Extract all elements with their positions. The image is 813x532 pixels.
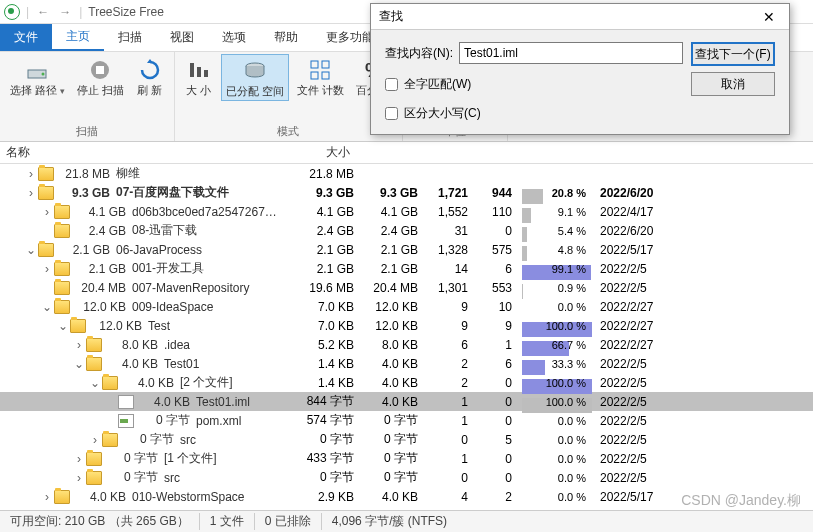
grid-icon (306, 56, 334, 84)
expand-toggle[interactable]: ⌄ (88, 376, 102, 390)
row-name: Test (148, 319, 170, 333)
row-name: d06b3bce0ed7a2547267… (132, 205, 277, 219)
menu-file[interactable]: 文件 (0, 24, 52, 51)
refresh-button[interactable]: 刷 新 (132, 54, 168, 99)
col-files-val: 0 (428, 433, 478, 447)
expand-toggle[interactable]: › (72, 471, 86, 485)
row-size: 4.0 KB (138, 395, 196, 409)
stop-scan-button[interactable]: 停止 扫描 (73, 54, 128, 99)
col-size-val: 1.4 KB (300, 357, 364, 371)
menu-scan[interactable]: 扫描 (104, 24, 156, 51)
table-row[interactable]: ›0 字节src0 字节0 字节000.0 %2022/2/5 (0, 468, 813, 487)
col-size-val: 9.3 GB (300, 186, 364, 200)
menu-options[interactable]: 选项 (208, 24, 260, 51)
filecount-mode-button[interactable]: 文件 计数 (293, 54, 348, 99)
row-name: 007-MavenRepository (132, 281, 249, 295)
whole-word-checkbox[interactable]: 全字匹配(W) (385, 76, 683, 93)
col-dirs-val: 553 (478, 281, 522, 295)
allocated-mode-button[interactable]: 已分配 空间 (221, 54, 289, 101)
folder-icon (54, 300, 70, 314)
expand-toggle[interactable]: ⌄ (56, 319, 70, 333)
expand-toggle[interactable]: › (88, 433, 102, 447)
expand-toggle[interactable]: › (40, 490, 54, 504)
col-date-val: 2022/4/17 (592, 205, 676, 219)
find-next-button[interactable]: 查找下一个(F) (691, 42, 775, 66)
nav-back[interactable]: ← (35, 4, 51, 20)
size-mode-button[interactable]: 大 小 (181, 54, 217, 99)
status-cluster: 4,096 字节/簇 (NTFS) (322, 513, 457, 530)
table-row[interactable]: 0 字节pom.xml574 字节0 字节100.0 %2022/2/5 (0, 411, 813, 430)
watermark: CSDN @Jandey.柳 (681, 492, 801, 510)
table-row[interactable]: 2.4 GB08-迅雷下载2.4 GB2.4 GB3105.4 %2022/6/… (0, 221, 813, 240)
menu-view[interactable]: 视图 (156, 24, 208, 51)
col-size-val: 844 字节 (300, 393, 364, 410)
table-row[interactable]: 20.4 MB007-MavenRepository19.6 MB20.4 MB… (0, 278, 813, 297)
col-alloc-val: 12.0 KB (364, 300, 428, 314)
file-tree[interactable]: ›21.8 MB柳维21.8 MB›9.3 GB07-百度网盘下载文件9.3 G… (0, 164, 813, 504)
col-alloc-val: 4.1 GB (364, 205, 428, 219)
col-dirs-val: 0 (478, 224, 522, 238)
row-name: 柳维 (116, 165, 140, 182)
stop-icon (86, 56, 114, 84)
expand-toggle[interactable]: ⌄ (40, 300, 54, 314)
percent-cell: 33.3 % (522, 358, 592, 370)
col-date-val: 2022/2/27 (592, 300, 676, 314)
col-date-val: 2022/2/5 (592, 281, 676, 295)
find-input[interactable] (459, 42, 683, 64)
table-row[interactable]: ›9.3 GB07-百度网盘下载文件9.3 GB9.3 GB1,72194420… (0, 183, 813, 202)
status-space: 可用空间: 210 GB （共 265 GB） (0, 513, 200, 530)
table-row[interactable]: ›0 字节src0 字节0 字节050.0 %2022/2/5 (0, 430, 813, 449)
col-files-val: 1,301 (428, 281, 478, 295)
col-date-val: 2022/2/5 (592, 357, 676, 371)
table-row[interactable]: ›8.0 KB.idea5.2 KB8.0 KB6166.7 %2022/2/2… (0, 335, 813, 354)
col-date-val: 2022/6/20 (592, 186, 676, 200)
svg-rect-5 (197, 67, 201, 77)
expand-toggle[interactable]: › (24, 186, 38, 200)
col-size-val: 7.0 KB (300, 319, 364, 333)
expand-toggle[interactable]: › (40, 262, 54, 276)
svg-rect-9 (322, 61, 329, 68)
expand-toggle[interactable]: ⌄ (24, 243, 38, 257)
col-dirs-val: 5 (478, 433, 522, 447)
col-name[interactable]: 名称 (0, 144, 300, 161)
col-alloc-val: 0 字节 (364, 431, 428, 448)
row-name: Test01 (164, 357, 199, 371)
table-row[interactable]: 4.0 KBTest01.iml844 字节4.0 KB10100.0 %202… (0, 392, 813, 411)
select-path-button[interactable]: 选择 路径 (6, 54, 69, 100)
expand-toggle[interactable]: › (72, 452, 86, 466)
table-row[interactable]: ⌄4.0 KB[2 个文件]1.4 KB4.0 KB20100.0 %2022/… (0, 373, 813, 392)
expand-toggle[interactable]: › (24, 167, 38, 181)
col-dirs-val: 6 (478, 357, 522, 371)
row-name: [1 个文件] (164, 450, 217, 467)
table-row[interactable]: ⌄12.0 KB009-IdeaSpace7.0 KB12.0 KB9100.0… (0, 297, 813, 316)
svg-rect-11 (322, 72, 329, 79)
folder-icon (102, 433, 118, 447)
expand-toggle[interactable]: ⌄ (72, 357, 86, 371)
folder-icon (86, 471, 102, 485)
expand-toggle[interactable]: › (72, 338, 86, 352)
table-row[interactable]: ›2.1 GB001-开发工具2.1 GB2.1 GB14699.1 %2022… (0, 259, 813, 278)
table-row[interactable]: ›21.8 MB柳维21.8 MB (0, 164, 813, 183)
col-date-val: 2022/2/5 (592, 376, 676, 390)
close-icon[interactable]: ✕ (757, 9, 781, 25)
col-size[interactable]: 大小 (300, 144, 370, 161)
group-scan-label: 扫描 (6, 124, 168, 139)
folder-icon (54, 262, 70, 276)
expand-toggle[interactable]: › (40, 205, 54, 219)
match-case-checkbox[interactable]: 区分大小写(C) (385, 105, 683, 122)
table-row[interactable]: ›4.1 GBd06b3bce0ed7a2547267…4.1 GB4.1 GB… (0, 202, 813, 221)
col-files-val: 1,721 (428, 186, 478, 200)
cancel-button[interactable]: 取消 (691, 72, 775, 96)
col-alloc-val: 0 字节 (364, 412, 428, 429)
menu-help[interactable]: 帮助 (260, 24, 312, 51)
col-date-val: 2022/2/5 (592, 452, 676, 466)
table-row[interactable]: ⌄2.1 GB06-JavaProcess2.1 GB2.1 GB1,32857… (0, 240, 813, 259)
menu-home[interactable]: 主页 (52, 24, 104, 51)
col-dirs-val: 10 (478, 300, 522, 314)
row-name: pom.xml (196, 414, 241, 428)
table-row[interactable]: ⌄4.0 KBTest011.4 KB4.0 KB2633.3 %2022/2/… (0, 354, 813, 373)
table-row[interactable]: ⌄12.0 KBTest7.0 KB12.0 KB99100.0 %2022/2… (0, 316, 813, 335)
nav-forward[interactable]: → (57, 4, 73, 20)
table-row[interactable]: ›0 字节[1 个文件]433 字节0 字节100.0 %2022/2/5 (0, 449, 813, 468)
col-date-val: 2022/2/5 (592, 262, 676, 276)
